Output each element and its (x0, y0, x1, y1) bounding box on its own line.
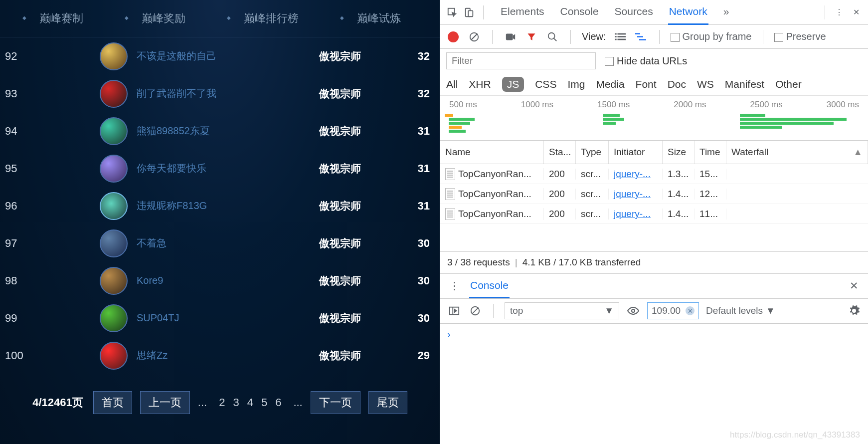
type-filter-img[interactable]: Img (567, 78, 585, 90)
page-last-button[interactable]: 尾页 (368, 391, 407, 414)
close-icon[interactable]: ✕ (849, 5, 863, 19)
avatar[interactable] (100, 117, 128, 145)
kebab-menu-icon[interactable]: ⋮ (447, 279, 461, 293)
request-initiator[interactable]: jquery-... (609, 169, 663, 180)
console-filter-input[interactable]: 109.00✕ (647, 302, 699, 319)
request-initiator[interactable]: jquery-... (609, 189, 663, 200)
rank-row[interactable]: 98Kore9傲视宗师30 (0, 262, 440, 299)
col-time[interactable]: Time (694, 141, 726, 164)
type-filter-media[interactable]: Media (596, 78, 624, 90)
player-name[interactable]: 不该是这般的自己 (137, 49, 295, 63)
type-filter-css[interactable]: CSS (535, 78, 556, 90)
col-status[interactable]: Sta... (544, 141, 576, 164)
console-tab[interactable]: Console (469, 274, 510, 298)
tab-elements[interactable]: Elements (500, 0, 545, 25)
context-select[interactable]: top▼ (505, 302, 619, 319)
clear-filter-icon[interactable]: ✕ (686, 306, 694, 315)
player-name[interactable]: 不着急 (137, 236, 295, 250)
kebab-menu-icon[interactable]: ⋮ (832, 5, 846, 19)
type-filter-other[interactable]: Other (775, 78, 802, 90)
type-filter-ws[interactable]: WS (697, 78, 714, 90)
avatar[interactable] (100, 229, 128, 257)
close-icon[interactable]: ✕ (847, 279, 861, 293)
page-number[interactable]: 6 (274, 396, 282, 409)
request-initiator[interactable]: jquery-... (609, 209, 663, 220)
preserve-log-checkbox[interactable]: Preserve (774, 31, 826, 42)
search-icon[interactable] (545, 30, 559, 44)
tab-rules[interactable]: 巅峰赛制 (35, 11, 87, 26)
player-name[interactable]: 熊猫898852东夏 (137, 124, 295, 138)
avatar[interactable] (100, 155, 128, 183)
player-name[interactable]: SUP04TJ (137, 312, 295, 324)
group-by-frame-checkbox[interactable]: Group by frame (671, 31, 752, 42)
filter-input[interactable] (446, 52, 596, 69)
page-prev-button[interactable]: 上一页 (140, 391, 190, 414)
rank-row[interactable]: 99SUP04TJ傲视宗师30 (0, 299, 440, 337)
tab-rewards[interactable]: 巅峰奖励 (138, 11, 189, 26)
tab-more[interactable]: » (722, 0, 730, 25)
page-number[interactable]: 4 (246, 396, 254, 409)
rank-row[interactable]: 95你每天都要快乐傲视宗师31 (0, 150, 440, 187)
device-toggle-icon[interactable] (462, 5, 476, 19)
sidebar-toggle-icon[interactable] (447, 304, 461, 318)
console-body[interactable]: › https://blog.csdn.net/qn_43391383 (440, 324, 868, 444)
type-filter-xhr[interactable]: XHR (469, 78, 491, 90)
rank-row[interactable]: 93削了武器削不了我傲视宗师32 (0, 75, 440, 112)
log-levels-select[interactable]: Default levels ▼ (706, 305, 775, 316)
page-first-button[interactable]: 首页 (93, 391, 132, 414)
type-filter-all[interactable]: All (446, 78, 458, 90)
rank-tier: 傲视宗师 (295, 124, 385, 138)
filter-icon[interactable] (524, 30, 538, 44)
clear-icon[interactable] (467, 30, 481, 44)
tab-network[interactable]: Network (668, 0, 708, 25)
gear-icon[interactable] (847, 304, 861, 318)
network-request-row[interactable]: TopCanyonRan...200scr...jquery-...1.4...… (440, 204, 868, 224)
type-filter-font[interactable]: Font (636, 78, 657, 90)
camera-icon[interactable] (504, 30, 518, 44)
player-name[interactable]: Kore9 (137, 275, 295, 286)
waterfall-view-icon[interactable] (634, 30, 648, 44)
tab-console[interactable]: Console (559, 0, 600, 25)
col-type[interactable]: Type (576, 141, 609, 164)
col-size[interactable]: Size (663, 141, 694, 164)
player-name[interactable]: 你每天都要快乐 (137, 162, 295, 175)
network-request-row[interactable]: TopCanyonRan...200scr...jquery-...1.3...… (440, 164, 868, 184)
player-name[interactable]: 思绪Zz (137, 349, 295, 362)
avatar[interactable] (100, 80, 128, 108)
page-next-button[interactable]: 下一页 (311, 391, 360, 414)
player-name[interactable]: 削了武器削不了我 (137, 87, 295, 100)
page-number[interactable]: 2 (218, 396, 226, 409)
type-filter-manifest[interactable]: Manifest (725, 78, 764, 90)
rank-row[interactable]: 94熊猫898852东夏傲视宗师31 (0, 112, 440, 150)
avatar[interactable] (100, 304, 128, 332)
page-number[interactable]: 5 (260, 396, 268, 409)
network-request-row[interactable]: TopCanyonRan...200scr...jquery-...1.4...… (440, 184, 868, 204)
rank-row[interactable]: 100思绪Zz傲视宗师29 (0, 337, 440, 374)
col-initiator[interactable]: Initiator (609, 141, 663, 164)
eye-icon[interactable] (626, 304, 640, 318)
avatar[interactable] (100, 192, 128, 220)
record-icon[interactable] (446, 30, 460, 44)
col-name[interactable]: Name (440, 141, 544, 164)
rank-row[interactable]: 97不着急傲视宗师30 (0, 224, 440, 262)
rank-row[interactable]: 96违规昵称F813G傲视宗师31 (0, 187, 440, 224)
tab-sources[interactable]: Sources (614, 0, 654, 25)
inspect-icon[interactable] (445, 5, 459, 19)
tab-leaderboard[interactable]: 巅峰排行榜 (240, 11, 303, 26)
file-icon (445, 188, 455, 200)
rank-number: 92 (5, 50, 35, 63)
player-name[interactable]: 违规昵称F813G (137, 199, 295, 213)
avatar[interactable] (100, 42, 128, 70)
hide-data-urls-checkbox[interactable]: Hide data URLs (605, 55, 687, 67)
clear-console-icon[interactable] (468, 304, 482, 318)
type-filter-js[interactable]: JS (502, 77, 524, 92)
rank-row[interactable]: 92不该是这般的自己傲视宗师32 (0, 37, 440, 75)
page-number[interactable]: 3 (232, 396, 240, 409)
col-waterfall[interactable]: Waterfall▲ (726, 141, 868, 164)
list-view-icon[interactable] (613, 30, 627, 44)
avatar[interactable] (100, 267, 128, 295)
avatar[interactable] (100, 342, 128, 370)
type-filter-doc[interactable]: Doc (668, 78, 686, 90)
tab-trial[interactable]: 巅峰试炼 (353, 11, 405, 26)
timeline[interactable]: 500 ms1000 ms1500 ms2000 ms2500 ms3000 m… (440, 96, 868, 141)
